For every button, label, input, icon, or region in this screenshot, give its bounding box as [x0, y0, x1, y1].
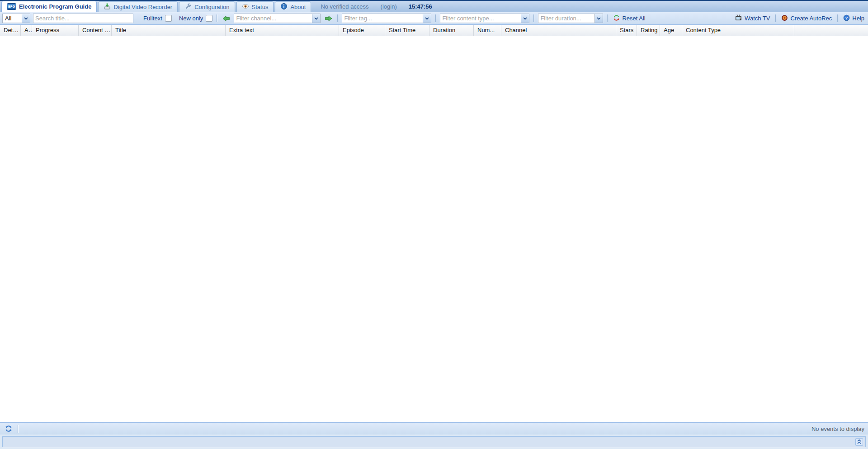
tab-electronic-program-guide[interactable]: EPG Electronic Program Guide	[1, 1, 97, 12]
search-title-field[interactable]	[33, 14, 133, 23]
column-header-start-time[interactable]: Start Time	[385, 25, 429, 36]
help-button[interactable]: ? Help	[842, 14, 866, 24]
tabbar-right-status: No verified access (login) 15:47:56	[321, 1, 432, 12]
expand-panel-button[interactable]	[855, 438, 863, 446]
column-header-progress[interactable]: Progress	[32, 25, 79, 36]
chevron-down-icon[interactable]	[312, 14, 320, 23]
watch-tv-button[interactable]: Watch TV	[733, 13, 771, 24]
main-tab-bar: EPG Electronic Program Guide Digital Vid…	[0, 0, 868, 12]
filter-channel-input[interactable]	[234, 14, 312, 23]
column-header-channel[interactable]: Channel	[501, 25, 616, 36]
filter-tag-combo[interactable]	[342, 14, 431, 23]
tab-configuration[interactable]: Configuration	[179, 1, 235, 12]
search-title-input[interactable]	[33, 14, 133, 23]
epg-filter-toolbar: All Fulltext New only	[0, 12, 868, 25]
column-header-details[interactable]: Details	[0, 25, 21, 36]
login-link[interactable]: (login)	[381, 3, 397, 10]
fulltext-label: Fulltext	[143, 15, 162, 22]
toolbar-separator	[533, 14, 534, 22]
chevron-down-icon[interactable]	[521, 14, 529, 23]
filter-duration-combo[interactable]	[538, 14, 603, 23]
create-autorec-label: Create AutoRec	[790, 15, 832, 22]
server-clock: 15:47:56	[409, 3, 432, 10]
help-icon: ?	[843, 14, 850, 23]
grid-body	[0, 36, 868, 422]
filter-content-type-combo[interactable]	[440, 14, 529, 23]
toolbar-separator	[18, 425, 18, 433]
column-header-content-type[interactable]: Content Type	[682, 25, 794, 36]
refresh-button[interactable]	[4, 424, 14, 434]
access-status: No verified access	[321, 3, 368, 10]
toolbar-separator	[337, 14, 338, 22]
filter-tag-input[interactable]	[342, 14, 423, 23]
watch-tv-label: Watch TV	[745, 15, 770, 22]
tv-icon	[735, 14, 742, 23]
filter-content-type-input[interactable]	[440, 14, 521, 23]
fulltext-checkbox[interactable]	[165, 15, 172, 22]
tab-label: Status	[252, 4, 269, 10]
toolbar-separator	[435, 14, 436, 22]
column-header-extra-text[interactable]: Extra text	[226, 25, 339, 36]
epg-mode-select[interactable]: All	[2, 14, 30, 23]
column-header-title[interactable]: Title	[112, 25, 226, 36]
epg-icon: EPG	[7, 3, 16, 10]
toolbar-separator	[775, 14, 776, 22]
svg-text:?: ?	[845, 15, 848, 20]
reset-all-button[interactable]: Reset All	[612, 14, 646, 24]
next-channel-arrow-icon[interactable]	[323, 14, 333, 23]
tab-about[interactable]: About	[275, 1, 311, 12]
column-header-stars[interactable]: Stars	[616, 25, 637, 36]
tab-label: About	[290, 4, 306, 10]
tab-label: Digital Video Recorder	[113, 4, 172, 10]
toolbar-separator	[217, 14, 217, 22]
new-only-checkbox[interactable]	[206, 15, 212, 22]
create-autorec-button[interactable]: Create AutoRec	[780, 14, 833, 24]
info-icon	[280, 3, 288, 11]
grid-header-row: DetailsA...ProgressContent Ic...TitleExt…	[0, 25, 868, 36]
column-header-content-ic[interactable]: Content Ic...	[79, 25, 112, 36]
autorec-record-icon	[781, 14, 788, 23]
double-chevron-up-icon	[857, 439, 862, 444]
toolbar-separator	[837, 14, 838, 22]
tab-label: Electronic Program Guide	[19, 3, 91, 10]
epg-mode-value: All	[3, 14, 22, 23]
column-header-duration[interactable]: Duration	[429, 25, 474, 36]
tab-status[interactable]: Status	[236, 1, 274, 12]
refresh-icon	[5, 425, 12, 432]
wrench-icon	[184, 3, 192, 11]
chevron-down-icon[interactable]	[423, 14, 431, 23]
column-header-rating[interactable]: Rating	[637, 25, 660, 36]
chevron-down-icon[interactable]	[22, 14, 30, 23]
toolbar-separator	[607, 14, 608, 22]
column-header-episode[interactable]: Episode	[339, 25, 385, 36]
column-header-num[interactable]: Num...	[474, 25, 501, 36]
column-header-a[interactable]: A...	[21, 25, 32, 36]
collapsed-south-panel	[2, 436, 866, 447]
paging-toolbar: No events to display	[0, 422, 868, 435]
column-header-filler	[794, 25, 868, 36]
tab-digital-video-recorder[interactable]: Digital Video Recorder	[98, 1, 178, 12]
filter-channel-combo[interactable]	[234, 14, 321, 23]
reset-refresh-icon	[613, 14, 620, 23]
new-only-label: New only	[179, 15, 203, 22]
chevron-down-icon[interactable]	[594, 14, 603, 23]
dvr-download-icon	[104, 3, 111, 11]
eye-icon	[242, 3, 249, 11]
help-label: Help	[852, 15, 864, 22]
tab-label: Configuration	[194, 4, 229, 10]
paging-status-text: No events to display	[811, 425, 864, 432]
previous-channel-arrow-icon[interactable]	[221, 14, 231, 23]
tvheadend-window: EPG Electronic Program Guide Digital Vid…	[0, 0, 868, 449]
column-header-age[interactable]: Age	[660, 25, 682, 36]
reset-all-label: Reset All	[622, 15, 645, 22]
filter-duration-input[interactable]	[538, 14, 594, 23]
